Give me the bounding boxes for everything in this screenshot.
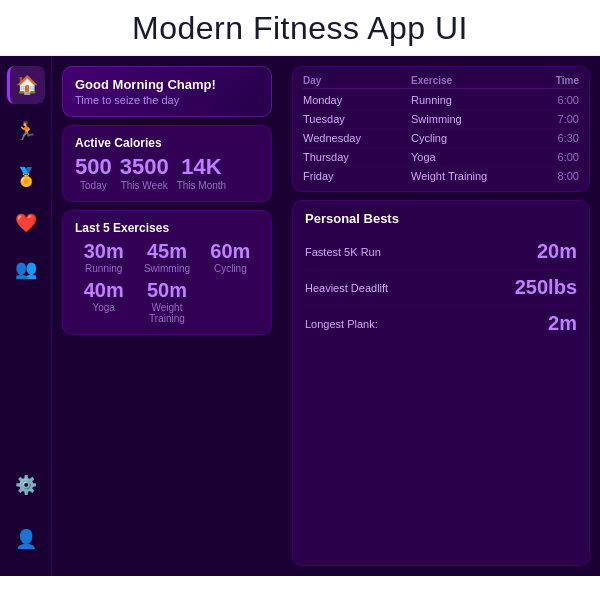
greeting-subtitle: Time to seize the day bbox=[75, 94, 259, 106]
page-title-bar: Modern Fitness App UI bbox=[0, 0, 600, 56]
pb-plank-value: 2m bbox=[548, 312, 577, 335]
schedule-day-5: Friday bbox=[303, 170, 411, 182]
exercise-cycling-name: Cycling bbox=[202, 263, 259, 274]
sidebar-bottom: ⚙️ 👤 bbox=[7, 466, 45, 566]
table-row: Wednesday Cycling 6:30 bbox=[303, 129, 579, 148]
exercise-cycling: 60m Cycling bbox=[202, 241, 259, 274]
calories-week-value: 3500 bbox=[120, 156, 169, 178]
sidebar-item-profile[interactable]: 👤 bbox=[7, 520, 45, 558]
schedule-header: Day Exercise Time bbox=[303, 73, 579, 89]
exercises-grid: 30m Running 45m Swimming 60m Cycling 40m… bbox=[75, 241, 259, 324]
profile-icon: 👤 bbox=[15, 528, 37, 550]
schedule-time-4: 6:00 bbox=[519, 151, 579, 163]
table-row: Thursday Yoga 6:00 bbox=[303, 148, 579, 167]
calories-month-value: 14K bbox=[177, 156, 226, 178]
trophy-icon: 🏅 bbox=[15, 166, 37, 188]
table-row: Monday Running 6:00 bbox=[303, 91, 579, 110]
exercise-swimming-time: 45m bbox=[138, 241, 195, 261]
pb-deadlift-value: 250lbs bbox=[515, 276, 577, 299]
schedule-exercise-5: Weight Training bbox=[411, 170, 519, 182]
exercise-weight-training-name: WeightTraining bbox=[138, 302, 195, 324]
exercise-swimming-name: Swimming bbox=[138, 263, 195, 274]
calories-row: 500 Today 3500 This Week 14K This Month bbox=[75, 156, 259, 191]
pb-row-deadlift: Heaviest Deadlift 250lbs bbox=[305, 270, 577, 306]
personal-bests-card: Personal Bests Fastest 5K Run 20m Heavie… bbox=[292, 200, 590, 566]
pb-5k-value: 20m bbox=[537, 240, 577, 263]
schedule-card: Day Exercise Time Monday Running 6:00 Tu… bbox=[292, 66, 590, 192]
pb-row-5k: Fastest 5K Run 20m bbox=[305, 234, 577, 270]
main-content: Good Morning Champ! Time to seize the da… bbox=[52, 56, 600, 576]
table-row: Tuesday Swimming 7:00 bbox=[303, 110, 579, 129]
exercise-weight-training: 50m WeightTraining bbox=[138, 280, 195, 324]
activity-icon: 🏃 bbox=[15, 120, 37, 142]
table-row: Friday Weight Training 8:00 bbox=[303, 167, 579, 185]
calories-month: 14K This Month bbox=[177, 156, 226, 191]
sidebar-item-settings[interactable]: ⚙️ bbox=[7, 466, 45, 504]
exercise-yoga-name: Yoga bbox=[75, 302, 132, 313]
pb-deadlift-label: Heaviest Deadlift bbox=[305, 282, 388, 294]
sidebar-item-heart[interactable]: ❤️ bbox=[7, 204, 45, 242]
schedule-header-exercise: Exercise bbox=[411, 75, 519, 86]
schedule-header-day: Day bbox=[303, 75, 411, 86]
last-exercises-card: Last 5 Exercises 30m Running 45m Swimmin… bbox=[62, 210, 272, 335]
exercise-cycling-time: 60m bbox=[202, 241, 259, 261]
sidebar-item-activity[interactable]: 🏃 bbox=[7, 112, 45, 150]
heart-icon: ❤️ bbox=[15, 212, 37, 234]
greeting-card: Good Morning Champ! Time to seize the da… bbox=[62, 66, 272, 117]
calories-week-label: This Week bbox=[120, 180, 169, 191]
schedule-day-1: Monday bbox=[303, 94, 411, 106]
schedule-time-3: 6:30 bbox=[519, 132, 579, 144]
schedule-exercise-3: Cycling bbox=[411, 132, 519, 144]
exercise-weight-training-time: 50m bbox=[138, 280, 195, 300]
calories-today: 500 Today bbox=[75, 156, 112, 191]
sidebar: 🏠 🏃 🏅 ❤️ 👥 ⚙️ 👤 bbox=[0, 56, 52, 576]
schedule-day-3: Wednesday bbox=[303, 132, 411, 144]
exercise-running-name: Running bbox=[75, 263, 132, 274]
pb-5k-label: Fastest 5K Run bbox=[305, 246, 381, 258]
pb-row-plank: Longest Plank: 2m bbox=[305, 306, 577, 341]
schedule-exercise-4: Yoga bbox=[411, 151, 519, 163]
page-title: Modern Fitness App UI bbox=[0, 10, 600, 47]
schedule-day-2: Tuesday bbox=[303, 113, 411, 125]
calories-today-label: Today bbox=[75, 180, 112, 191]
schedule-time-5: 8:00 bbox=[519, 170, 579, 182]
last-exercises-label: Last 5 Exercises bbox=[75, 221, 259, 235]
sidebar-item-community[interactable]: 👥 bbox=[7, 250, 45, 288]
calories-today-value: 500 bbox=[75, 156, 112, 178]
schedule-exercise-1: Running bbox=[411, 94, 519, 106]
schedule-exercise-2: Swimming bbox=[411, 113, 519, 125]
exercise-yoga: 40m Yoga bbox=[75, 280, 132, 324]
active-calories-label: Active Calories bbox=[75, 136, 259, 150]
greeting-title: Good Morning Champ! bbox=[75, 77, 259, 92]
sidebar-item-home[interactable]: 🏠 bbox=[7, 66, 45, 104]
calories-week: 3500 This Week bbox=[120, 156, 169, 191]
community-icon: 👥 bbox=[15, 258, 37, 280]
exercise-yoga-time: 40m bbox=[75, 280, 132, 300]
schedule-header-time: Time bbox=[519, 75, 579, 86]
schedule-time-1: 6:00 bbox=[519, 94, 579, 106]
right-panel: Day Exercise Time Monday Running 6:00 Tu… bbox=[282, 56, 600, 576]
sidebar-item-trophy[interactable]: 🏅 bbox=[7, 158, 45, 196]
schedule-time-2: 7:00 bbox=[519, 113, 579, 125]
pb-plank-label: Longest Plank: bbox=[305, 318, 378, 330]
app-container: 🏠 🏃 🏅 ❤️ 👥 ⚙️ 👤 Good Mo bbox=[0, 56, 600, 576]
exercise-running: 30m Running bbox=[75, 241, 132, 274]
home-icon: 🏠 bbox=[16, 74, 38, 96]
settings-icon: ⚙️ bbox=[15, 474, 37, 496]
exercise-running-time: 30m bbox=[75, 241, 132, 261]
personal-bests-title: Personal Bests bbox=[305, 211, 577, 226]
exercise-swimming: 45m Swimming bbox=[138, 241, 195, 274]
active-calories-card: Active Calories 500 Today 3500 This Week… bbox=[62, 125, 272, 202]
calories-month-label: This Month bbox=[177, 180, 226, 191]
schedule-day-4: Thursday bbox=[303, 151, 411, 163]
left-panel: Good Morning Champ! Time to seize the da… bbox=[52, 56, 282, 576]
